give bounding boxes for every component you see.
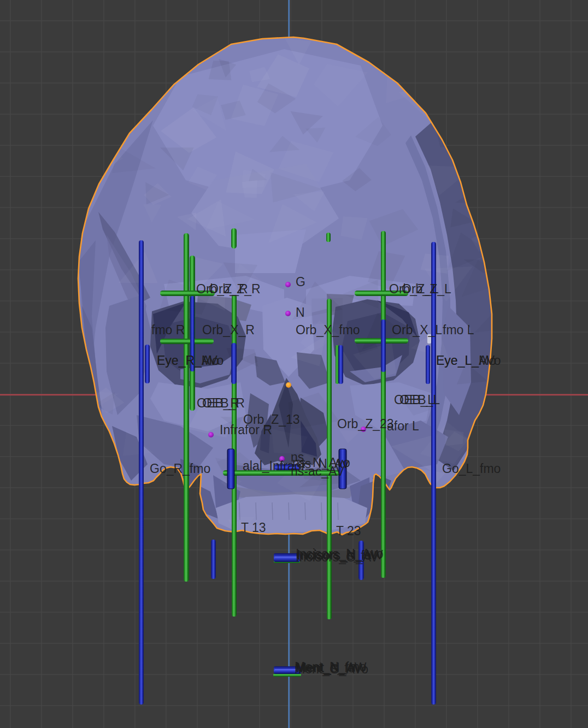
svg-text:OEB_R: OEB_R (202, 396, 245, 410)
svg-text:Go_R_fmo: Go_R_fmo (150, 461, 210, 476)
svg-text:G: G (296, 275, 305, 289)
svg-text:Orb_X_fmo: Orb_X_fmo (296, 323, 360, 337)
svg-text:Orb_X_L: Orb_X_L (392, 323, 442, 337)
svg-text:Orb_X_R: Orb_X_R (202, 323, 255, 337)
svg-text:Ment_N_AW: Ment_N_AW (296, 660, 367, 674)
svg-text:T 23: T 23 (336, 524, 361, 538)
svg-text:ns-ac_AV: ns-ac_AV (291, 464, 345, 478)
svg-text:OEB_L: OEB_L (399, 393, 440, 407)
svg-text:fmo R: fmo R (151, 323, 185, 337)
svg-text:Eye_L_Mo: Eye_L_Mo (436, 353, 496, 368)
svg-text:T 13: T 13 (241, 520, 266, 535)
svg-text:fmo L: fmo L (443, 323, 474, 337)
svg-text:Eye_R_Mo: Eye_R_Mo (157, 353, 219, 368)
svg-text:N: N (296, 305, 305, 319)
svg-text:afor L: afor L (387, 419, 419, 433)
svg-text:Orb_Z_R: Orb_Z_R (209, 282, 261, 296)
svg-text:Go_L_fmo: Go_L_fmo (442, 461, 501, 476)
svg-text:Infrafor R: Infrafor R (220, 423, 272, 437)
svg-text:Orb_Z_23: Orb_Z_23 (337, 417, 394, 431)
svg-text:Orb_Z_L: Orb_Z_L (402, 282, 451, 296)
svg-text:Incisors_N_AW: Incisors_N_AW (297, 548, 383, 562)
